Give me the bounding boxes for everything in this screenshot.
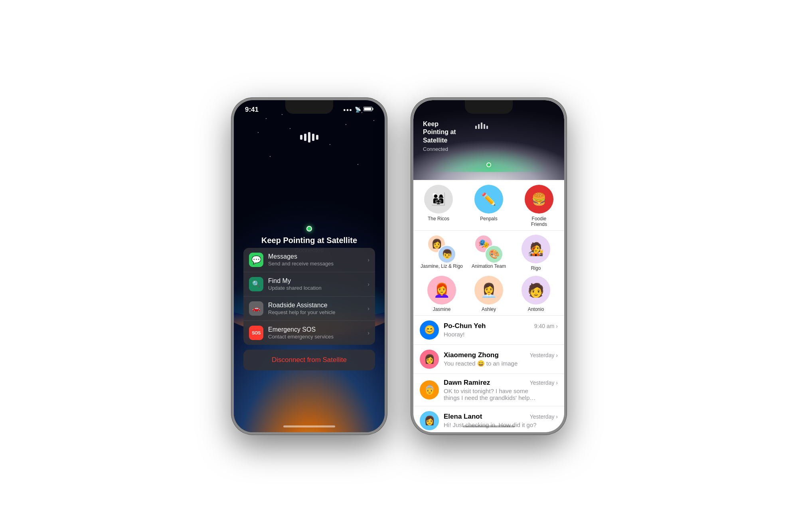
jasmine-avatar: 👩‍🦰 <box>427 276 456 305</box>
volume-down-button[interactable] <box>231 210 233 236</box>
contact-antonio[interactable]: 🧑 Antonio <box>514 276 558 312</box>
sos-icon: SOS <box>249 326 263 340</box>
sh-bar-5 <box>486 126 488 129</box>
pinned-contact-penpals[interactable]: ✏️ Penpals <box>464 185 514 227</box>
findmy-icon: 🔍 <box>249 277 263 291</box>
volume-up-button-2[interactable] <box>411 178 413 204</box>
pochun-top: Po-Chun Yeh 9:40 am › <box>444 322 558 330</box>
menu-item-findmy[interactable]: 🔍 Find My Update shared location › <box>243 272 375 297</box>
menu-item-sos[interactable]: SOS Emergency SOS Contact emergency serv… <box>243 321 375 345</box>
signal-bar-2 <box>304 134 306 141</box>
elena-time: Yesterday › <box>530 413 558 420</box>
elena-name: Elena Lanot <box>444 413 482 421</box>
sos-chevron: › <box>367 330 369 336</box>
antonio-name-label: Antonio <box>528 307 544 312</box>
xiaomeng-time: Yesterday › <box>530 352 558 358</box>
pochun-name: Po-Chun Yeh <box>444 322 486 330</box>
home-indicator-2[interactable] <box>463 425 515 427</box>
messages-subtitle: Send and receive messages <box>268 261 367 267</box>
sos-subtitle: Contact emergency services <box>268 334 367 340</box>
mute-button-2[interactable] <box>411 156 413 171</box>
chat-item-elena[interactable]: 👩 Elena Lanot Yesterday › Hi! Just check… <box>413 406 564 432</box>
xiaomeng-preview: You reacted 😄 to an image <box>444 360 543 367</box>
ashley-name-label: Ashley <box>482 307 496 312</box>
penpals-name: Penpals <box>480 216 497 222</box>
signal-bar-5 <box>316 135 318 140</box>
svg-rect-1 <box>373 108 373 110</box>
time-display: 9:41 <box>245 106 259 114</box>
satellite-header-status: Connected <box>423 146 456 152</box>
messages-chevron: › <box>367 257 369 263</box>
messages-title: Messages <box>268 253 367 260</box>
contact-ashley[interactable]: 👩‍💼 Ashley <box>467 276 511 312</box>
group-jasmine-liz-rigo[interactable]: 👩 👦 Jasmine, Liz & Rigo <box>420 235 464 271</box>
jasmine-name-label: Jasmine <box>433 307 451 312</box>
chat-item-pochun[interactable]: 😊 Po-Chun Yeh 9:40 am › Hooray! <box>413 316 564 345</box>
messages-text: Messages Send and receive messages <box>268 253 367 267</box>
svg-rect-2 <box>364 108 371 111</box>
pochun-avatar: 😊 <box>420 320 439 340</box>
liz-av: 👦 <box>438 245 456 263</box>
stars-background <box>234 100 385 212</box>
disconnect-label: Disconnect from Satellite <box>272 356 347 364</box>
contact-jasmine[interactable]: 👩‍🦰 Jasmine <box>420 276 464 312</box>
power-button-2[interactable] <box>565 164 567 196</box>
signal-bar-4 <box>312 134 314 141</box>
messages-list-area: 👨‍👩‍👧 The Ricos ✏️ Penpals 🍔 Foodie Frie… <box>413 180 564 432</box>
signal-bar-3 <box>308 132 310 142</box>
dawn-name: Dawn Ramirez <box>444 379 490 387</box>
volume-up-button[interactable] <box>231 178 233 204</box>
sh-bar-3 <box>481 123 482 129</box>
rigo-avatar: 🧑‍🎤 <box>521 235 550 263</box>
mute-button[interactable] <box>231 156 233 171</box>
dawn-preview: OK to visit tonight? I have some things … <box>444 388 543 401</box>
signal-icon: ●●● <box>343 107 352 112</box>
jasmine-liz-name: Jasmine, Liz & Rigo <box>421 263 463 269</box>
dawn-avatar: 👵 <box>420 380 439 399</box>
menu-item-roadside[interactable]: 🚗 Roadside Assistance Request help for y… <box>243 297 375 321</box>
findmy-subtitle: Update shared location <box>268 285 367 291</box>
elena-avatar: 👩 <box>420 411 439 430</box>
satellite-connected-dot <box>306 226 312 231</box>
ricos-avatar: 👨‍👩‍👧 <box>424 185 453 214</box>
phone-satellite: 9:41 ●●● 📡 <box>231 98 387 435</box>
chat-list: 😊 Po-Chun Yeh 9:40 am › Hooray! 👩 <box>413 316 564 432</box>
findmy-text: Find My Update shared location <box>268 277 367 291</box>
foodie-avatar: 🍔 <box>525 185 553 214</box>
messages-screen: KeepPointing atSatellite Connected 👨‍👩‍👧… <box>413 100 564 432</box>
roadside-subtitle: Request help for your vehicle <box>268 309 367 315</box>
pinned-contact-foodie[interactable]: 🍔 Foodie Friends <box>514 185 564 227</box>
home-indicator[interactable] <box>283 425 335 427</box>
foodie-name: Foodie Friends <box>523 216 555 227</box>
pinned-contact-ricos[interactable]: 👨‍👩‍👧 The Ricos <box>413 185 464 227</box>
messages-icon: 💬 <box>249 253 263 267</box>
penpals-avatar: ✏️ <box>474 185 503 214</box>
power-button[interactable] <box>385 164 387 196</box>
satellite-header-signal <box>475 123 488 129</box>
xiaomeng-info: Xiaomeng Zhong Yesterday › You reacted 😄… <box>444 351 558 367</box>
sos-text: Emergency SOS Contact emergency services <box>268 326 367 340</box>
sh-bar-4 <box>484 124 485 129</box>
disconnect-button[interactable]: Disconnect from Satellite <box>243 350 375 370</box>
roadside-chevron: › <box>367 305 369 312</box>
satellite-title: Keep Pointing at Satellite <box>234 236 385 245</box>
anim-av2: 🎨 <box>485 245 503 263</box>
group-animation-team[interactable]: 🎭 🎨 Animation Team <box>467 235 511 271</box>
xiaomeng-name: Xiaomeng Zhong <box>444 351 499 359</box>
roadside-title: Roadside Assistance <box>268 302 367 309</box>
chat-item-dawn[interactable]: 👵 Dawn Ramirez Yesterday › OK to visit t… <box>413 374 564 406</box>
sh-bar-1 <box>475 126 477 129</box>
menu-group-main: 💬 Messages Send and receive messages › 🔍… <box>243 248 375 345</box>
phone-messages: KeepPointing atSatellite Connected 👨‍👩‍👧… <box>411 98 567 435</box>
elena-top: Elena Lanot Yesterday › <box>444 413 558 421</box>
contact-rigo[interactable]: 🧑‍🎤 Rigo <box>514 235 558 271</box>
status-icons: ●●● 📡 <box>343 107 373 113</box>
roadside-icon: 🚗 <box>249 301 263 316</box>
ashley-avatar: 👩‍💼 <box>474 276 503 305</box>
satellite-header: KeepPointing atSatellite Connected <box>413 100 564 180</box>
menu-item-messages[interactable]: 💬 Messages Send and receive messages › <box>243 248 375 272</box>
roadside-text: Roadside Assistance Request help for you… <box>268 302 367 315</box>
chat-item-xiaomeng[interactable]: 👩 Xiaomeng Zhong Yesterday › You reacted… <box>413 345 564 374</box>
sos-title: Emergency SOS <box>268 326 367 333</box>
volume-down-button-2[interactable] <box>411 210 413 236</box>
